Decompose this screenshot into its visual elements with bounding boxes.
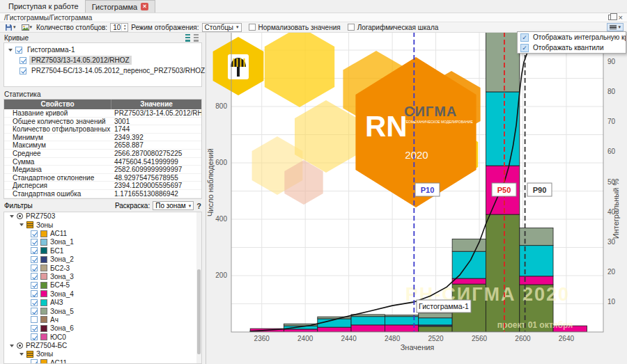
zone-checkbox[interactable] — [31, 325, 38, 332]
stats-row[interactable]: Сумма4475604.541999999 — [4, 158, 201, 166]
image-dropdown-icon[interactable]: ▾ — [30, 24, 33, 30]
zone-checkbox[interactable] — [31, 230, 38, 237]
zone-label: Зона_1 — [50, 238, 74, 246]
zone-checkbox[interactable] — [31, 239, 38, 246]
zone-row[interactable]: ЮС0 — [4, 333, 201, 341]
zone-checkbox[interactable] — [31, 308, 38, 315]
expander-icon[interactable] — [20, 223, 24, 226]
menu-item-integral-curve[interactable]: ✓ Отображать интегральную кривую — [518, 32, 626, 42]
chart-options-button[interactable]: ▾ — [607, 23, 624, 31]
hamburger-icon — [610, 25, 617, 30]
stats-row[interactable]: Медиана2582.6099999999997 — [4, 166, 201, 174]
scrollbar-thumb[interactable] — [197, 269, 201, 354]
stat-value: 2349.392 — [111, 134, 201, 141]
curve-group-checkbox[interactable] — [15, 47, 22, 54]
chevron-down-icon: ▾ — [236, 24, 239, 30]
curve-row[interactable]: PRZ7503/13-14.05.2012/RHOZ — [4, 55, 201, 65]
curve-row[interactable]: PRZ7504-БС/13-14.05.2012_перенос_PRZ7503… — [4, 65, 201, 76]
histogram-bar-segment[interactable] — [419, 313, 452, 318]
histogram-bar-segment[interactable] — [351, 325, 385, 332]
histogram-bar-segment[interactable] — [419, 326, 452, 332]
stats-row[interactable]: Минимум2349.392 — [4, 134, 201, 142]
zone-checkbox[interactable] — [31, 316, 38, 323]
sort-icon[interactable] — [185, 34, 190, 42]
zone-row[interactable]: БС2-3 — [4, 264, 201, 272]
zone-checkbox[interactable] — [31, 282, 38, 289]
zone-row[interactable]: Зона_3 — [4, 272, 201, 280]
save-dropdown-icon[interactable]: ▾ — [13, 24, 16, 30]
export-image-button[interactable]: ▾ — [20, 24, 34, 31]
zone-row[interactable]: Зона_6 — [4, 324, 201, 333]
normalize-checkbox[interactable] — [249, 24, 256, 31]
histogram-bar-segment[interactable] — [318, 327, 351, 332]
stats-row[interactable]: Среднее2566.2870080275225 — [4, 150, 201, 158]
zone-checkbox[interactable] — [31, 273, 38, 280]
zone-row[interactable]: Зона_1 — [4, 238, 201, 246]
curve-checkbox[interactable] — [20, 68, 26, 74]
zones-group-row[interactable]: Зоны — [4, 221, 201, 229]
zone-checkbox[interactable] — [31, 256, 38, 263]
chart-text: 20 — [607, 268, 616, 276]
stats-row[interactable]: Название кривойPRZ7503/13-14.05.2012/RHO… — [4, 109, 201, 118]
histogram-bar-segment[interactable] — [452, 278, 486, 284]
expander-icon[interactable] — [10, 215, 14, 218]
well-row[interactable]: PRZ7503 — [4, 212, 201, 221]
histogram-bar-segment[interactable] — [419, 318, 452, 325]
expander-icon[interactable] — [20, 353, 24, 356]
stats-row[interactable]: Дисперсия2394.1209005595697 — [4, 182, 201, 190]
close-panel-icon[interactable]: × — [619, 14, 623, 21]
zone-row[interactable]: БС4-5 — [4, 281, 201, 290]
zone-row[interactable]: Зона_2 — [4, 255, 201, 263]
group-icon[interactable] — [194, 34, 199, 42]
expander-icon[interactable] — [8, 49, 13, 52]
zone-row[interactable]: Ач — [4, 315, 201, 324]
stats-row[interactable]: Общее количество значений3001 — [4, 118, 201, 126]
histogram-bar-segment[interactable] — [486, 33, 519, 92]
zone-checkbox[interactable] — [31, 299, 38, 306]
close-tab-icon[interactable]: × — [141, 3, 148, 10]
help-button[interactable]: ? — [196, 202, 201, 210]
zone-row[interactable]: Зона_4 — [4, 290, 201, 298]
chart-text: 2560 — [472, 335, 488, 342]
log-scale-checkbox[interactable] — [348, 24, 355, 31]
well-row[interactable]: PRZ7504-БС — [4, 341, 201, 349]
stats-row[interactable]: Количество отфильтрованных значе...1744 — [4, 125, 201, 134]
save-button[interactable]: ▾ — [3, 24, 17, 31]
zone-checkbox[interactable] — [31, 247, 38, 254]
zone-checkbox[interactable] — [31, 264, 38, 271]
histogram-bar-segment[interactable] — [351, 317, 385, 325]
zone-row[interactable]: АС11 — [4, 229, 201, 237]
zone-row[interactable]: БС1 — [4, 246, 201, 255]
zone-row[interactable]: АЧЗ — [4, 298, 201, 306]
histogram-bar-segment[interactable] — [486, 214, 519, 332]
curve-group-row[interactable]: Гистограмма-1 — [4, 45, 201, 55]
zone-checkbox[interactable] — [31, 333, 38, 340]
histogram-bar-segment[interactable] — [452, 251, 486, 278]
mode-select[interactable]: Столбцы ▾ — [202, 23, 242, 32]
well-icon — [17, 213, 23, 219]
histogram-bar-segment[interactable] — [284, 329, 317, 332]
zone-row[interactable]: АС11 — [4, 358, 201, 364]
scrollbar[interactable] — [196, 212, 201, 363]
stats-row[interactable]: Стандартное отклонение48.92975475678955 — [4, 174, 201, 182]
coloring-select[interactable]: По зонам ▾ — [153, 201, 194, 210]
histogram-bar-segment[interactable] — [452, 239, 486, 251]
spinner-arrows-icon[interactable]: ▴▾ — [121, 24, 127, 31]
zone-checkbox[interactable] — [31, 290, 38, 297]
curve-checkbox[interactable] — [20, 57, 26, 64]
tab-getting-started[interactable]: Приступая к работе — [2, 0, 85, 13]
stats-row[interactable]: Стандартная ошибка1.171655130886942 — [4, 190, 201, 198]
zones-label: Зоны — [36, 350, 53, 358]
zone-checkbox[interactable] — [31, 359, 38, 364]
expander-icon[interactable] — [10, 345, 14, 347]
bins-spinner[interactable]: 10 ▴▾ — [110, 23, 128, 32]
menu-item-quantiles[interactable]: ✓ Отображать квантили — [518, 42, 626, 53]
zones-group-row[interactable]: Зоны — [4, 350, 201, 358]
stats-col-value: Значение — [111, 100, 201, 109]
zone-row[interactable]: Зона_5 — [4, 307, 201, 315]
histogram-bar-segment[interactable] — [486, 92, 519, 166]
tab-histogram[interactable]: Гистограмма × — [85, 0, 156, 13]
float-panel-icon[interactable] — [608, 15, 614, 20]
stats-row[interactable]: Максимум2658.887 — [4, 141, 201, 150]
stat-property: Название кривой — [4, 109, 111, 117]
